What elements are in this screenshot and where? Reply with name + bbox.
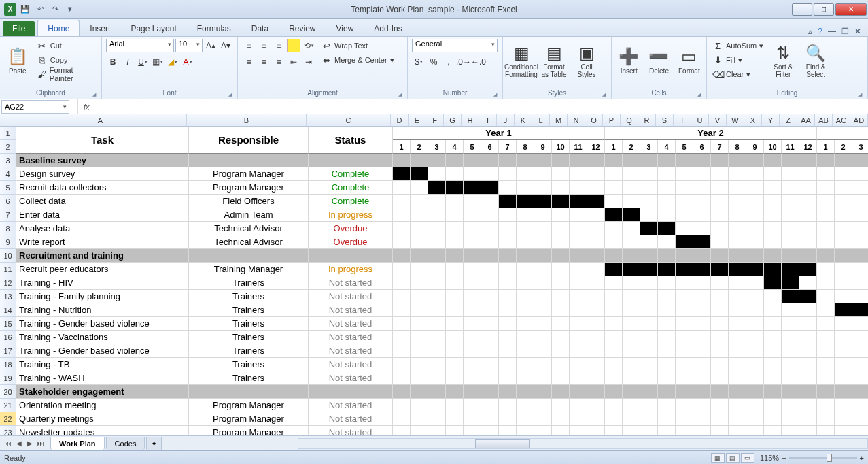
status-cell[interactable]: Not started (309, 344, 393, 358)
gantt-cell[interactable] (446, 290, 464, 303)
gantt-cell[interactable] (605, 235, 623, 249)
gantt-cell[interactable] (817, 358, 835, 371)
close-button[interactable]: ✕ (835, 3, 867, 16)
gantt-cell[interactable] (428, 371, 446, 385)
gantt-cell[interactable] (552, 235, 570, 249)
gantt-cell[interactable] (729, 385, 746, 399)
gantt-cell[interactable] (499, 235, 517, 249)
col-header-S[interactable]: S (656, 114, 674, 126)
gantt-cell[interactable] (746, 317, 764, 331)
gantt-cell[interactable] (481, 181, 499, 195)
gantt-cell[interactable] (693, 154, 711, 167)
delete-cells-button[interactable]: ➖Delete (646, 39, 672, 84)
gantt-cell[interactable] (481, 249, 499, 263)
gantt-cell[interactable] (640, 290, 658, 303)
italic-button[interactable]: I (121, 55, 135, 69)
col-header-Q[interactable]: Q (621, 114, 638, 126)
gantt-cell[interactable] (782, 208, 799, 222)
table-row[interactable]: Recruit peer educatorsTraining ManagerIn… (16, 263, 868, 276)
gantt-cell[interactable] (605, 276, 623, 290)
task-cell[interactable]: Training - TB (16, 358, 189, 371)
gantt-cell[interactable] (799, 317, 817, 331)
gantt-cell[interactable] (782, 426, 799, 435)
gantt-cell[interactable] (534, 208, 552, 222)
gantt-cell[interactable] (587, 181, 605, 195)
responsible-cell[interactable]: Trainers (189, 317, 309, 331)
gantt-cell[interactable] (746, 195, 764, 208)
gantt-cell[interactable] (499, 412, 517, 426)
font-name-select[interactable]: Arial (106, 39, 174, 52)
gantt-cell[interactable] (693, 358, 711, 371)
gantt-cell[interactable] (587, 290, 605, 303)
gantt-cell[interactable] (623, 399, 640, 412)
gantt-cell[interactable] (658, 181, 676, 195)
gantt-cell[interactable] (711, 358, 729, 371)
gantt-cell[interactable] (746, 358, 764, 371)
gantt-cell[interactable] (746, 276, 764, 290)
gantt-cell[interactable] (446, 358, 464, 371)
gantt-cell[interactable] (517, 317, 534, 331)
gantt-cell[interactable] (499, 426, 517, 435)
gantt-cell[interactable] (534, 385, 552, 399)
gantt-cell[interactable] (623, 249, 640, 263)
gantt-cell[interactable] (393, 222, 411, 235)
responsible-cell[interactable]: Admin Team (189, 208, 309, 222)
gantt-cell[interactable] (676, 290, 693, 303)
gantt-cell[interactable] (640, 412, 658, 426)
gantt-cell[interactable] (428, 276, 446, 290)
gantt-cell[interactable] (428, 263, 446, 276)
wrap-text-button[interactable]: ↩Wrap Text (319, 39, 396, 52)
help-icon[interactable]: ? (818, 27, 822, 36)
gantt-cell[interactable] (481, 208, 499, 222)
gantt-cell[interactable] (835, 154, 852, 167)
task-cell[interactable]: Orientation meeting (16, 399, 189, 412)
gantt-cell[interactable] (746, 167, 764, 181)
gantt-cell[interactable] (693, 195, 711, 208)
gantt-cell[interactable] (587, 195, 605, 208)
gantt-cell[interactable] (411, 154, 428, 167)
gantt-cell[interactable] (499, 249, 517, 263)
status-cell[interactable]: Complete (309, 167, 393, 181)
gantt-cell[interactable] (640, 249, 658, 263)
gantt-cell[interactable] (729, 263, 746, 276)
task-cell[interactable]: Enter data (16, 208, 189, 222)
format-painter-button[interactable]: 🖌Format Painter (35, 67, 97, 81)
gantt-cell[interactable] (729, 317, 746, 331)
gantt-cell[interactable] (605, 303, 623, 317)
gantt-cell[interactable] (799, 167, 817, 181)
window-min-icon[interactable]: — (828, 27, 836, 36)
gantt-cell[interactable] (605, 290, 623, 303)
gantt-cell[interactable] (658, 195, 676, 208)
gantt-cell[interactable] (835, 249, 852, 263)
gantt-cell[interactable] (517, 208, 534, 222)
gantt-cell[interactable] (428, 344, 446, 358)
view-tab[interactable]: View (326, 20, 364, 36)
gantt-cell[interactable] (799, 263, 817, 276)
task-cell[interactable]: Training - Vaccinations (16, 331, 189, 344)
gantt-cell[interactable] (711, 385, 729, 399)
gantt-cell[interactable] (499, 371, 517, 385)
table-row[interactable]: Baseline survey (16, 154, 868, 167)
gantt-cell[interactable] (605, 167, 623, 181)
zoom-slider[interactable] (789, 457, 857, 459)
gantt-cell[interactable] (499, 399, 517, 412)
gantt-cell[interactable] (782, 263, 799, 276)
gantt-cell[interactable] (693, 208, 711, 222)
gantt-cell[interactable] (746, 208, 764, 222)
gantt-cell[interactable] (852, 331, 868, 344)
gantt-cell[interactable] (605, 263, 623, 276)
gantt-cell[interactable] (570, 154, 587, 167)
gantt-cell[interactable] (835, 399, 852, 412)
gantt-cell[interactable] (481, 154, 499, 167)
gantt-cell[interactable] (817, 385, 835, 399)
gantt-cell[interactable] (729, 208, 746, 222)
gantt-cell[interactable] (764, 317, 782, 331)
sort-filter-button[interactable]: ⇅Sort & Filter (769, 39, 797, 84)
gantt-cell[interactable] (852, 263, 868, 276)
gantt-cell[interactable] (676, 371, 693, 385)
gantt-cell[interactable] (852, 385, 868, 399)
gantt-cell[interactable] (711, 208, 729, 222)
status-cell[interactable]: Overdue (309, 222, 393, 235)
gantt-cell[interactable] (764, 208, 782, 222)
col-header-B[interactable]: B (187, 114, 307, 126)
